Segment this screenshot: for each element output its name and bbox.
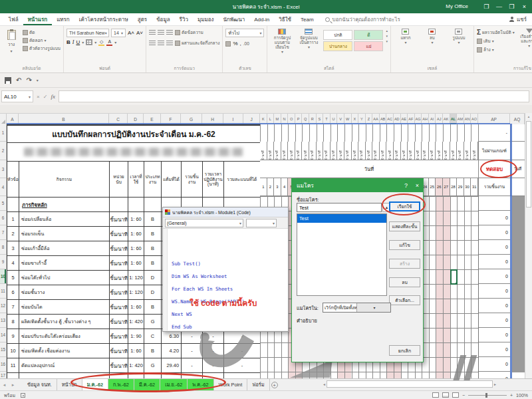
minimize-button[interactable]: — [493, 0, 505, 13]
day-note-cell[interactable]: 0 นาที [281, 142, 289, 160]
cell-activity[interactable]: ซ่อมรถเข็น [19, 227, 110, 241]
day-note-cell[interactable]: 0 นาที [288, 142, 295, 160]
zoom-out-icon[interactable]: − [462, 393, 465, 398]
macro-list[interactable]: Test [297, 213, 387, 296]
cell-unit[interactable]: ชิ้น/นาที [110, 271, 128, 285]
header-score[interactable]: แต้มที่ได้ [162, 162, 182, 198]
dialog-button[interactable]: เรียกใช้ [389, 201, 420, 211]
font-name-select[interactable]: TH Sarabun New▾ [66, 29, 109, 37]
row-header[interactable]: 6 [0, 211, 6, 225]
cell-type[interactable]: B [144, 241, 162, 256]
day-number-cell[interactable]: 31 [471, 178, 478, 196]
ap-sum-cell[interactable]: รวมชิ้นงาน [478, 178, 510, 196]
header-unit[interactable]: หน่วยนับ [110, 162, 128, 198]
vertical-scroll-thumb[interactable] [526, 121, 531, 207]
vertical-scrollbar[interactable]: ▴ [525, 113, 532, 378]
redo-button[interactable]: ↷ [26, 76, 31, 84]
undo-button[interactable]: ↶ [16, 76, 21, 84]
row-header[interactable]: 9 [0, 255, 6, 269]
borders-icon[interactable] [86, 39, 92, 45]
day-note-cell[interactable]: 0 นาที [450, 142, 458, 160]
ap-value-cell[interactable]: 0 [479, 211, 510, 225]
day-note-cell[interactable]: 0 นาที [471, 142, 478, 160]
ap-value-cell[interactable]: 0 [479, 299, 510, 313]
align-top-icon[interactable] [149, 30, 156, 35]
day-note-cell[interactable]: 0 นาที [267, 142, 275, 160]
dialog-button[interactable]: แก้ไข [389, 240, 420, 250]
day-note-cell[interactable]: 0 นาที [464, 142, 471, 160]
accounting-format-icon[interactable] [225, 41, 231, 47]
shrink-font-button[interactable]: A˅ [136, 30, 143, 36]
fill-button[interactable]: เติม▾ [477, 37, 515, 45]
date-header-cell[interactable]: วันที่ [260, 160, 478, 178]
bold-button[interactable]: B [66, 39, 70, 45]
cell-no[interactable]: 1 [7, 212, 19, 227]
day-number-cell[interactable]: 27 [443, 178, 450, 196]
day-note-cell[interactable]: 0 นาที [401, 142, 408, 160]
header-no[interactable]: หัวข้อ [7, 162, 19, 198]
cell-type[interactable]: B [144, 344, 162, 358]
cell-no[interactable]: 6 [7, 285, 19, 300]
ap-value-cell[interactable] [479, 196, 510, 211]
day-note-cell[interactable]: 0 นาที [337, 142, 344, 160]
cell-type[interactable]: B [144, 212, 162, 227]
cell-time[interactable]: 1: 60 [128, 300, 144, 315]
zoom-level[interactable]: 100% [516, 393, 528, 398]
enter-icon[interactable]: ✓ [43, 94, 48, 100]
day-note-cell[interactable]: 0 นาที [358, 142, 366, 160]
cell-style[interactable]: ดี [354, 30, 383, 40]
cell-time[interactable]: 1: 60 [128, 241, 144, 256]
format-cells-button[interactable]: รูปแบบ▾ [447, 29, 471, 45]
cut-button[interactable]: ตัด [23, 29, 61, 36]
comma-style-button[interactable]: , [240, 41, 241, 47]
day-note-cell[interactable]: 0 นาที [344, 142, 352, 160]
ap-cell[interactable]: - [478, 124, 510, 142]
cancel-icon[interactable]: × [37, 94, 40, 100]
header-time[interactable]: เวลาที่ใช้ [128, 162, 144, 198]
day-number-cell[interactable]: 1 [260, 178, 267, 196]
day-note-cell[interactable]: 0 นาที [408, 142, 415, 160]
day-note-cell[interactable]: 0 นาที [366, 142, 373, 160]
day-note-cell[interactable]: 0 นาที [295, 142, 303, 160]
sheet-tab[interactable]: เม.ย.-62 [160, 379, 188, 390]
row-header[interactable]: 15 [0, 342, 6, 357]
sheet-tab[interactable]: พ.ค.-62 [188, 379, 213, 390]
ribbon-tab[interactable]: หน้าแรก [23, 13, 53, 25]
ribbon-tab[interactable]: มุมมอง [193, 13, 219, 25]
ap-value-cell[interactable]: 0 [479, 328, 510, 342]
row-header[interactable]: 16 [0, 357, 6, 372]
ap-column[interactable]: 000000000000 [478, 196, 510, 379]
cell-type[interactable]: G [144, 358, 162, 373]
close-icon[interactable]: × [412, 179, 423, 192]
conditional-formatting-button[interactable]: การจัดรูปแบบตามเงื่อนไข▾ [270, 29, 294, 55]
tab-scroll-right-icon[interactable]: ▸ [9, 379, 17, 390]
code-line[interactable]: Sub Test() [172, 257, 245, 270]
page-layout-view-icon[interactable] [442, 392, 449, 398]
vba-title-bar[interactable]: นายพิคคล ระจำ.xlsm - Module1 (Code) [163, 207, 288, 217]
day-note-cell[interactable]: 0 นาที [436, 142, 443, 160]
cell-style[interactable]: ปกติ [323, 30, 352, 40]
day-note-cell[interactable]: 0 นาที [422, 142, 429, 160]
wrap-text-button[interactable]: ตัดข้อความ [175, 29, 203, 36]
select-all-corner[interactable] [0, 114, 7, 124]
formula-input[interactable] [59, 90, 529, 102]
italic-button[interactable]: I [72, 39, 74, 45]
day-note-cell[interactable]: 0 นาที [352, 142, 359, 160]
normal-view-icon[interactable] [432, 392, 439, 398]
cell-no[interactable]: 7 [7, 300, 19, 315]
sheet-tab[interactable]: หน้าปก [57, 379, 82, 390]
ap-value-cell[interactable]: 0 [479, 255, 510, 269]
day-note-cell[interactable]: 0 นาที [274, 142, 281, 160]
cell-activity[interactable]: ซ่อม/เปลี่ยนล้อ [19, 212, 110, 227]
cell-unit[interactable]: ชิ้น/นาที [110, 241, 128, 256]
ap-test-cell[interactable]: ทดสอบ [478, 160, 510, 178]
format-as-table-button[interactable]: จัดรูปแบบเป็นตาราง▾ [297, 29, 321, 50]
dialog-button[interactable]: สร้าง [389, 259, 420, 269]
ap-value-cell[interactable]: 0 [479, 225, 510, 240]
vba-code-window[interactable]: นายพิคคล ระจำ.xlsm - Module1 (Code) (Gen… [162, 207, 289, 332]
cell-activity[interactable]: ซ่อมชั้นวาง [19, 285, 110, 300]
cell-type[interactable]: B [144, 227, 162, 241]
cell-time[interactable]: 1: 60 [128, 256, 144, 271]
day-note-cell[interactable]: 0 นาที [309, 142, 317, 160]
day-note-cell[interactable]: 0 นาที [443, 142, 450, 160]
